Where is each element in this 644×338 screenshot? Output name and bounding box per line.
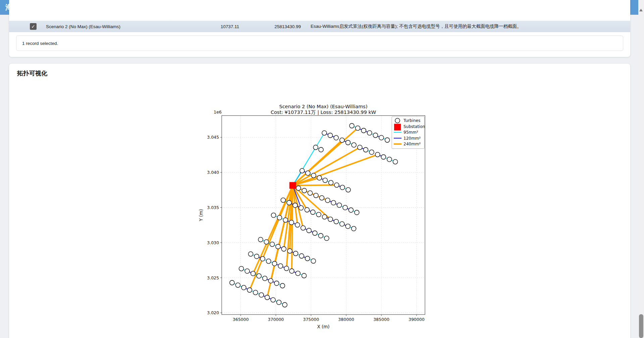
turbine-marker: [302, 188, 307, 193]
turbine-marker: [287, 200, 291, 205]
turbine-marker: [337, 203, 342, 208]
turbine-marker: [254, 254, 259, 259]
turbine-marker: [280, 283, 285, 288]
table-row-selected[interactable]: ✓ Scenario 2 (No Max) (Esau-Williams) 10…: [9, 21, 630, 32]
x-tick-label: 370000: [268, 317, 284, 322]
turbine-marker: [340, 185, 345, 190]
legend-turbine-icon: [395, 118, 400, 123]
turbine-marker: [277, 300, 281, 305]
turbine-marker: [311, 173, 316, 178]
turbine-marker: [271, 297, 275, 302]
y-tick-label: 3.025: [207, 275, 219, 280]
section-title: 拓扑可视化: [17, 69, 47, 77]
scrollbar-thumb[interactable]: [639, 314, 643, 338]
turbine-marker: [259, 293, 264, 297]
results-card: ✓ Scenario 2 (No Max) (Esau-Williams) 10…: [9, 0, 630, 57]
turbine-marker: [235, 283, 240, 287]
turbine-marker: [277, 215, 282, 220]
legend-substation-icon: [394, 124, 401, 131]
turbine-marker: [340, 138, 344, 142]
turbine-marker: [318, 233, 323, 238]
turbine-marker: [257, 274, 261, 278]
row-checkbox[interactable]: ✓: [30, 23, 37, 30]
plot-title: Scenario 2 (No Max) (Esau-Williams): [279, 104, 367, 109]
turbine-marker: [323, 178, 327, 183]
turbine-marker: [350, 123, 354, 128]
turbine-marker: [334, 183, 339, 187]
turbine-marker: [308, 191, 313, 195]
turbine-marker: [346, 188, 351, 192]
turbine-marker: [322, 214, 327, 219]
plot-subtitle: Cost: ¥10737.11万 | Loss: 25813430.99 kW: [271, 110, 376, 115]
turbine-marker: [302, 273, 307, 278]
turbine-marker: [352, 226, 356, 231]
turbine-marker: [283, 218, 288, 222]
cable-240mm2: [250, 185, 293, 290]
turbine-marker: [355, 210, 359, 215]
turbine-marker: [369, 150, 374, 154]
turbine-marker: [313, 231, 317, 235]
selection-summary: 1 record selected.: [16, 36, 623, 51]
turbine-marker: [268, 278, 273, 283]
turbine-marker: [276, 244, 280, 249]
x-tick-label: 390000: [409, 317, 425, 322]
turbine-marker: [313, 145, 318, 150]
substation-marker: [289, 182, 296, 189]
turbine-marker: [334, 219, 338, 224]
y-tick-label: 3.040: [207, 170, 219, 175]
turbine-marker: [266, 259, 271, 264]
y-axis-offset-label: 1e6: [214, 110, 222, 115]
turbine-marker: [311, 259, 316, 263]
turbine-marker: [385, 138, 390, 142]
turbine-marker: [393, 159, 398, 164]
scenario-name-cell: Scenario 2 (No Max) (Esau-Williams): [46, 24, 120, 29]
turbine-marker: [241, 285, 246, 290]
turbine-marker: [245, 269, 250, 273]
turbine-marker: [325, 198, 330, 203]
turbine-marker: [322, 131, 327, 135]
turbine-marker: [324, 236, 329, 241]
cost-cell: 10737.11: [190, 24, 239, 29]
turbine-marker: [334, 135, 338, 140]
turbine-marker: [317, 176, 322, 180]
cable-240mm2: [293, 154, 378, 185]
turbine-marker: [248, 252, 253, 256]
turbine-marker: [289, 269, 294, 273]
legend-label: 120mm²: [404, 136, 421, 141]
legend-label: 95mm²: [404, 130, 418, 135]
description-cell: Esau-Williams启发式算法(权衡距离与容量); 不包含可选电缆型号，且…: [311, 23, 522, 29]
turbine-marker: [299, 254, 304, 258]
turbine-marker: [272, 261, 277, 266]
turbine-marker: [363, 147, 368, 152]
turbine-marker: [345, 224, 350, 229]
turbine-marker: [361, 128, 366, 133]
x-axis-label: X (m): [317, 324, 329, 329]
x-tick-label: 365000: [233, 317, 249, 322]
turbine-marker: [348, 208, 353, 212]
turbine-marker: [284, 266, 289, 271]
turbine-marker: [328, 133, 333, 138]
y-tick-label: 3.030: [207, 240, 219, 245]
turbine-marker: [379, 135, 384, 140]
turbine-marker: [287, 249, 292, 253]
turbine-marker: [300, 168, 305, 173]
turbine-marker: [274, 281, 279, 286]
y-tick-label: 3.045: [207, 135, 219, 140]
turbine-marker: [239, 266, 244, 271]
topology-card: 拓扑可视化 Scenario 2 (No Max) (Esau-Williams…: [9, 64, 630, 338]
turbine-marker: [263, 276, 267, 281]
plot-legend: TurbinesSubstation95mm²120mm²240mm²: [392, 117, 425, 149]
scroll-up-arrow[interactable]: [639, 9, 643, 11]
scrollbar[interactable]: [638, 0, 644, 338]
turbine-marker: [340, 222, 344, 226]
turbine-marker: [289, 220, 294, 225]
turbine-marker: [316, 212, 321, 217]
turbine-marker: [295, 222, 300, 227]
y-tick-label: 3.035: [207, 205, 219, 210]
turbine-marker: [305, 207, 309, 212]
cable-240mm2: [292, 185, 293, 271]
turbine-marker: [296, 271, 300, 276]
turbine-marker: [381, 155, 386, 159]
turbine-marker: [281, 198, 285, 202]
turbine-marker: [258, 237, 263, 242]
